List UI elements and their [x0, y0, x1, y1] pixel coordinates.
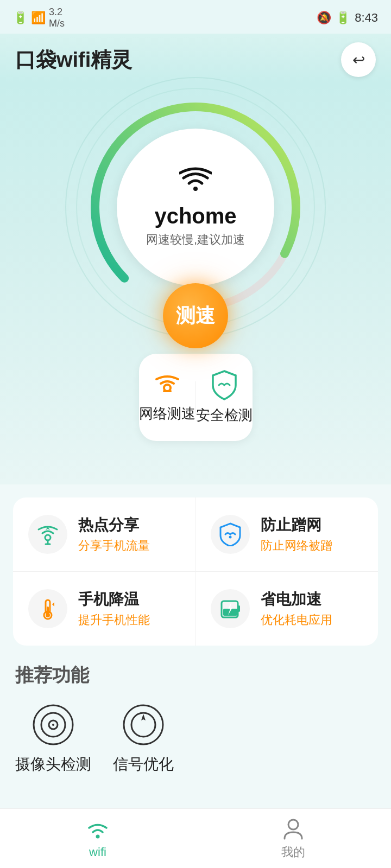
hero-section: ychome 网速较慢,建议加速 测速 网络测速 安全检测	[0, 82, 391, 484]
svg-point-2	[193, 187, 198, 191]
hotspot-text: 热点分享 分享手机流量	[78, 515, 150, 554]
phone-cool-sub: 提升手机性能	[78, 612, 150, 628]
camera-detect-item[interactable]: 摄像头检测	[15, 703, 91, 775]
svg-point-20	[96, 834, 100, 838]
bell-icon: 🔕	[317, 11, 331, 25]
anti-freeload-title: 防止蹭网	[261, 515, 332, 535]
power-save-text: 省电加速 优化耗电应用	[261, 589, 332, 628]
phone-cool-icon-wrap	[28, 589, 67, 628]
phone-cool-item[interactable]: 手机降温 提升手机性能	[13, 572, 195, 646]
nav-wifi-icon	[86, 818, 110, 842]
wifi-icon-large	[179, 167, 212, 200]
anti-freeload-item[interactable]: 防止蹭网 防止网络被蹭	[195, 497, 378, 572]
hotspot-icon	[36, 522, 60, 546]
gauge-wrapper: ychome 网速较慢,建议加速 测速	[81, 93, 310, 321]
power-save-icon-wrap	[211, 589, 250, 628]
anti-freeload-icon	[218, 522, 242, 546]
power-save-title: 省电加速	[261, 589, 332, 610]
shield-icon	[211, 370, 238, 400]
nav-wifi[interactable]: wifi	[0, 809, 195, 868]
sim-icon: 🔋	[13, 11, 28, 25]
status-right: 🔕 🔋 8:43	[317, 11, 378, 25]
security-check-item[interactable]: 安全检测	[196, 370, 253, 425]
anti-freeload-icon-wrap	[211, 515, 250, 554]
nav-profile[interactable]: 我的	[195, 809, 391, 868]
network-speed-item[interactable]: 网络测速	[139, 372, 195, 423]
signal-optimize-item[interactable]: 信号优化	[113, 703, 174, 775]
nav-profile-label: 我的	[281, 844, 305, 860]
camera-detect-icon	[31, 703, 75, 746]
signal-optimize-label: 信号优化	[113, 754, 174, 775]
phone-cool-title: 手机降温	[78, 589, 150, 610]
app-title: 口袋wifi精灵	[15, 46, 132, 74]
nav-wifi-label: wifi	[89, 845, 106, 859]
hotspot-sub: 分享手机流量	[78, 538, 150, 554]
svg-point-10	[46, 613, 50, 617]
app-header: 口袋wifi精灵 ↩	[0, 34, 391, 82]
hotspot-icon-wrap	[28, 515, 67, 554]
clock: 8:43	[355, 11, 378, 25]
radio-wave-icon	[151, 372, 184, 399]
battery-icon: 🔋	[336, 11, 350, 25]
network-speed: 3.2M/s	[49, 7, 65, 29]
camera-detect-label: 摄像头检测	[15, 754, 91, 775]
status-left: 🔋 📶 3.2M/s	[13, 7, 65, 29]
hotspot-title: 热点分享	[78, 515, 150, 535]
svg-point-17	[52, 724, 54, 726]
ssid-name: ychome	[154, 204, 236, 228]
back-button[interactable]: ↩	[341, 42, 376, 77]
anti-freeload-text: 防止蹭网 防止网络被蹭	[261, 515, 332, 554]
svg-rect-8	[47, 607, 49, 614]
wifi-signal-icon: 📶	[31, 11, 46, 25]
phone-cool-text: 手机降温 提升手机性能	[78, 589, 150, 628]
bottom-nav: wifi 我的	[0, 808, 391, 868]
power-save-sub: 优化耗电应用	[261, 612, 332, 628]
signal-optimize-icon	[122, 703, 165, 746]
anti-freeload-sub: 防止网络被蹭	[261, 538, 332, 554]
security-check-label: 安全检测	[196, 406, 253, 425]
svg-point-21	[288, 820, 298, 829]
speed-test-button[interactable]: 测速	[163, 283, 228, 348]
thermometer-icon	[36, 597, 60, 621]
recommend-title: 推荐功能	[15, 663, 376, 688]
recommend-grid: 摄像头检测 信号优化	[15, 703, 376, 775]
speed-btn-area: 测速	[163, 283, 228, 348]
feature-grid: 热点分享 分享手机流量 防止蹭网 防止网络被蹭	[13, 497, 378, 646]
battery-save-icon	[218, 597, 242, 621]
svg-rect-12	[238, 605, 240, 612]
network-speed-label: 网络测速	[139, 404, 195, 423]
recommend-section: 推荐功能 摄像头检测 信号优化	[0, 646, 391, 783]
svg-point-18	[124, 705, 163, 744]
speed-hint: 网速较慢,建议加速	[146, 232, 245, 248]
status-bar: 🔋 📶 3.2M/s 🔕 🔋 8:43	[0, 0, 391, 34]
quick-bar: 网络测速 安全检测	[139, 354, 253, 441]
inner-circle: ychome 网速较慢,建议加速	[117, 129, 274, 286]
power-save-item[interactable]: 省电加速 优化耗电应用	[195, 572, 378, 646]
svg-point-6	[229, 536, 232, 539]
hotspot-share-item[interactable]: 热点分享 分享手机流量	[13, 497, 195, 572]
nav-profile-icon	[281, 817, 305, 841]
